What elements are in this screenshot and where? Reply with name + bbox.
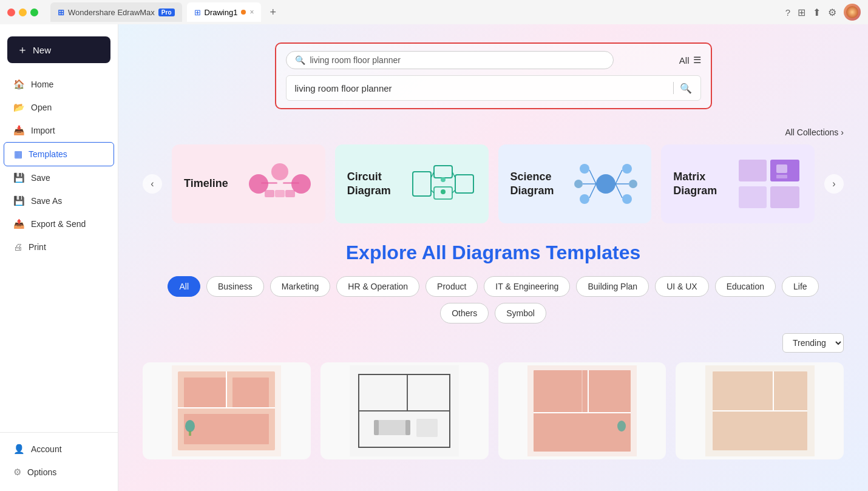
sidebar-label-templates: Templates bbox=[29, 149, 67, 159]
card-label-circuit: Circuit Diagram bbox=[347, 170, 410, 198]
svg-rect-10 bbox=[434, 166, 452, 178]
filter-life[interactable]: Life bbox=[782, 276, 819, 297]
svg-rect-9 bbox=[413, 172, 431, 196]
drawing-tab[interactable]: ⊞ Drawing1 × bbox=[187, 2, 262, 22]
help-icon[interactable]: ? bbox=[785, 7, 790, 18]
new-tab-button[interactable]: + bbox=[266, 6, 280, 19]
filter-product[interactable]: Product bbox=[426, 276, 478, 297]
drawing-tab-label: Drawing1 bbox=[205, 8, 238, 17]
sidebar-item-save[interactable]: 💾 Save bbox=[4, 166, 114, 189]
search-input-expanded[interactable] bbox=[295, 83, 667, 93]
svg-rect-35 bbox=[770, 186, 799, 208]
all-toggle[interactable]: All ☰ bbox=[679, 55, 701, 66]
apps-icon[interactable]: ⊞ bbox=[798, 7, 805, 18]
template-thumb-1 bbox=[143, 362, 311, 459]
template-card-matrix[interactable]: Matrix Diagram bbox=[661, 144, 815, 223]
avatar[interactable] bbox=[844, 4, 861, 21]
filter-ui[interactable]: UI & UX bbox=[655, 276, 709, 297]
table-row[interactable] bbox=[676, 362, 844, 459]
minimize-button[interactable] bbox=[19, 8, 27, 16]
table-row[interactable] bbox=[498, 362, 666, 459]
filter-others[interactable]: Others bbox=[440, 303, 489, 323]
card-label-science: Science Diagram bbox=[510, 170, 573, 198]
sidebar-item-account[interactable]: 👤 Account bbox=[4, 438, 114, 461]
settings-icon[interactable]: ⚙ bbox=[828, 7, 836, 18]
sidebar-item-options[interactable]: ⚙ Options bbox=[4, 461, 114, 484]
filter-all[interactable]: All bbox=[168, 276, 200, 297]
app-tab[interactable]: ⊞ Wondershare EdrawMax Pro bbox=[50, 2, 182, 22]
sidebar-label-open: Open bbox=[31, 103, 52, 112]
sidebar-label-export: Export & Send bbox=[31, 219, 86, 229]
svg-point-45 bbox=[185, 420, 195, 432]
sidebar-item-open[interactable]: 📂 Open bbox=[4, 96, 114, 119]
drawing-icon: ⊞ bbox=[194, 8, 201, 17]
svg-line-26 bbox=[589, 170, 596, 184]
sidebar-item-export[interactable]: 📤 Export & Send bbox=[4, 212, 114, 235]
card-image-circuit bbox=[410, 157, 476, 211]
sidebar-item-saveas[interactable]: 💾 Save As bbox=[4, 189, 114, 212]
svg-rect-69 bbox=[713, 411, 807, 450]
search-section: 🔍 All ☰ 🔍 bbox=[118, 24, 868, 121]
sidebar-item-print[interactable]: 🖨 Print bbox=[4, 235, 114, 258]
app-tab-label: Wondershare EdrawMax bbox=[68, 8, 155, 17]
saveas-icon: 💾 bbox=[13, 195, 25, 206]
svg-rect-59 bbox=[588, 370, 631, 413]
search-submit-button[interactable]: 🔍 bbox=[680, 83, 692, 94]
sidebar-item-import[interactable]: 📥 Import bbox=[4, 119, 114, 142]
card-image-matrix bbox=[736, 157, 802, 211]
svg-point-17 bbox=[441, 177, 446, 182]
svg-point-25 bbox=[629, 180, 637, 188]
card-image-science bbox=[572, 157, 639, 211]
filter-education[interactable]: Education bbox=[715, 276, 776, 297]
sidebar-label-account: Account bbox=[31, 444, 62, 454]
maximize-button[interactable] bbox=[30, 8, 38, 16]
svg-rect-60 bbox=[534, 413, 631, 452]
card-image-timeline bbox=[246, 157, 313, 211]
share-icon[interactable]: ⬆ bbox=[813, 7, 821, 18]
template-thumb-3 bbox=[498, 362, 666, 459]
close-button[interactable] bbox=[7, 8, 15, 16]
sidebar-item-home[interactable]: 🏠 Home bbox=[4, 73, 114, 96]
sidebar-bottom: 👤 Account ⚙ Options bbox=[0, 432, 118, 484]
svg-rect-40 bbox=[184, 378, 226, 408]
home-icon: 🏠 bbox=[13, 79, 25, 90]
content-area: 🔍 All ☰ 🔍 All Collec bbox=[118, 24, 868, 491]
collections-header: All Collections › bbox=[143, 127, 844, 137]
svg-point-24 bbox=[574, 180, 583, 188]
filter-symbol[interactable]: Symbol bbox=[495, 303, 546, 323]
table-row[interactable] bbox=[143, 362, 311, 459]
trending-select[interactable]: Trending Newest Popular bbox=[782, 333, 844, 353]
svg-rect-36 bbox=[776, 164, 787, 173]
template-card-timeline[interactable]: Timeline bbox=[172, 144, 325, 223]
svg-point-20 bbox=[580, 164, 589, 174]
sidebar-label-home: Home bbox=[31, 80, 53, 89]
filter-building[interactable]: Building Plan bbox=[576, 276, 649, 297]
svg-rect-37 bbox=[776, 175, 787, 178]
template-card-science[interactable]: Science Diagram bbox=[498, 144, 652, 223]
all-menu-icon: ☰ bbox=[693, 55, 701, 66]
account-icon: 👤 bbox=[13, 444, 25, 455]
template-card-circuit[interactable]: Circuit Diagram bbox=[335, 144, 489, 223]
filter-business[interactable]: Business bbox=[206, 276, 264, 297]
all-collections-link[interactable]: All Collections › bbox=[785, 127, 844, 137]
cards-next-button[interactable]: › bbox=[824, 174, 844, 194]
sidebar-item-templates[interactable]: ▦ Templates bbox=[4, 142, 114, 166]
filter-hr[interactable]: HR & Operation bbox=[336, 276, 419, 297]
svg-rect-12 bbox=[455, 175, 473, 193]
collections-section: All Collections › ‹ Timeline bbox=[118, 121, 868, 235]
all-label: All bbox=[679, 55, 690, 66]
all-collections-label: All Collections bbox=[785, 127, 838, 137]
table-row[interactable] bbox=[320, 362, 489, 459]
cards-prev-button[interactable]: ‹ bbox=[143, 174, 162, 194]
explore-title-part1: Explore bbox=[346, 242, 422, 263]
search-bar-compact[interactable]: 🔍 bbox=[286, 51, 614, 69]
explore-title-part2: All Diagrams Templates bbox=[422, 242, 640, 263]
filter-it[interactable]: IT & Engineering bbox=[484, 276, 570, 297]
search-expanded[interactable]: 🔍 bbox=[286, 75, 701, 101]
tab-unsaved-dot bbox=[241, 10, 246, 15]
tab-close-icon[interactable]: × bbox=[249, 8, 254, 16]
chevron-right-icon: › bbox=[841, 127, 844, 137]
filter-marketing[interactable]: Marketing bbox=[270, 276, 330, 297]
search-input-compact[interactable] bbox=[310, 55, 605, 65]
new-button[interactable]: ＋ New bbox=[7, 36, 110, 63]
